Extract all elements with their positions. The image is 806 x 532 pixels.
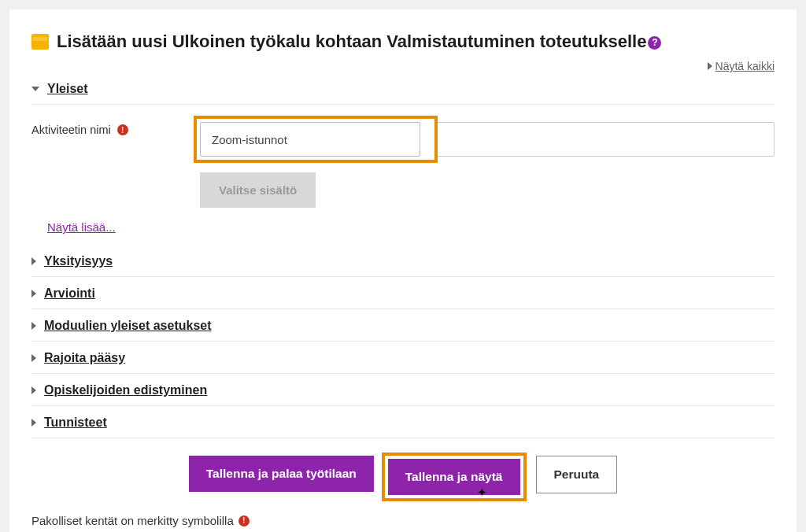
section-tags-header[interactable]: Tunnisteet	[31, 406, 775, 438]
chevron-right-icon	[31, 322, 36, 330]
expand-all-link[interactable]: Näytä kaikki	[708, 60, 775, 72]
section-general-body: Aktiviteetin nimi ! Valitse sisältö Näyt…	[31, 105, 775, 245]
help-icon[interactable]: ?	[648, 36, 661, 50]
section-grade-title: Arviointi	[44, 286, 95, 301]
page-title-text: Lisätään uusi Ulkoinen työkalu kohtaan V…	[57, 31, 646, 51]
save-display-button[interactable]: Tallenna ja näytä	[388, 459, 520, 495]
section-common-header[interactable]: Moduulien yleiset asetukset	[31, 309, 775, 342]
chevron-down-icon	[31, 87, 39, 91]
section-general-title: Yleiset	[47, 82, 88, 96]
chevron-right-icon	[31, 257, 36, 265]
select-content-button: Valitse sisältö	[200, 172, 316, 208]
chevron-right-icon	[31, 354, 36, 362]
required-icon: !	[238, 515, 250, 526]
cancel-button[interactable]: Peruuta	[536, 456, 618, 493]
section-completion-header[interactable]: Opiskelijoiden edistyminen	[31, 374, 775, 406]
section-restrict-title: Rajoita pääsy	[44, 351, 125, 365]
section-completion-title: Opiskelijoiden edistyminen	[44, 383, 207, 397]
expand-all-label: Näytä kaikki	[715, 60, 775, 72]
external-tool-icon	[31, 34, 49, 50]
highlight-activity-name	[194, 116, 438, 163]
form-actions: Tallenna ja palaa työtilaan Tallenna ja …	[31, 456, 775, 498]
chevron-right-icon	[31, 290, 36, 297]
chevron-right-icon	[31, 419, 36, 427]
chevron-right-icon	[708, 62, 712, 70]
save-return-button[interactable]: Tallenna ja palaa työtilaan	[189, 456, 374, 492]
section-grade-header[interactable]: Arviointi	[31, 277, 775, 309]
required-footnote: Pakolliset kentät on merkitty symbolilla…	[31, 509, 775, 527]
page-title: Lisätään uusi Ulkoinen työkalu kohtaan V…	[57, 31, 661, 52]
section-privacy-title: Yksityisyys	[44, 254, 113, 268]
activity-name-input[interactable]	[200, 122, 420, 157]
show-more-link[interactable]: Näytä lisää...	[47, 220, 116, 234]
section-general-header[interactable]: Yleiset	[31, 72, 775, 105]
section-restrict-header[interactable]: Rajoita pääsy	[31, 342, 775, 374]
activity-name-label: Aktiviteetin nimi !	[31, 116, 189, 136]
section-tags-title: Tunnisteet	[44, 416, 107, 430]
section-privacy-header[interactable]: Yksityisyys	[31, 245, 775, 277]
chevron-right-icon	[31, 386, 36, 394]
required-icon: !	[117, 124, 128, 135]
section-common-title: Moduulien yleiset asetukset	[44, 319, 212, 333]
highlight-save-display: Tallenna ja näytä ✦	[382, 453, 527, 501]
